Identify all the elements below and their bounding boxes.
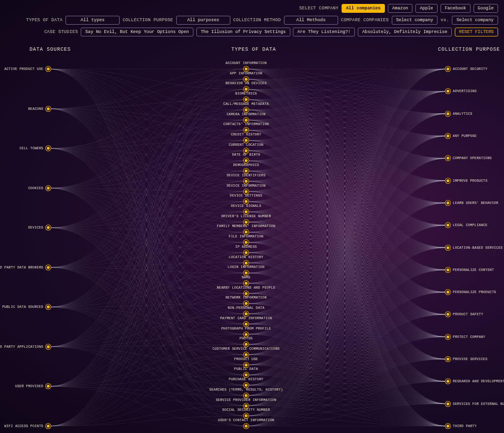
case-study-pill[interactable]: Say No Evil, But Keep Your Options Open: [81, 28, 193, 36]
node[interactable]: [445, 379, 450, 384]
node[interactable]: [244, 107, 249, 112]
node[interactable]: [244, 67, 249, 71]
node[interactable]: [244, 209, 249, 214]
node[interactable]: [244, 291, 249, 296]
node[interactable]: [445, 334, 450, 339]
node[interactable]: [445, 312, 450, 317]
types-of-data-select[interactable]: All types: [65, 16, 120, 25]
node-label: PERSONALIZE PRODUCTS: [453, 290, 496, 294]
node[interactable]: [445, 156, 450, 161]
collection-purpose-select[interactable]: All purposes: [176, 16, 230, 25]
node-label: COMPANY OPERATIONS: [453, 156, 492, 160]
node[interactable]: [46, 424, 51, 429]
node[interactable]: [244, 179, 249, 184]
node[interactable]: [244, 352, 249, 357]
company-pill-google[interactable]: Google: [473, 4, 498, 13]
node-label: ANY PURPOSE: [453, 134, 476, 138]
node-label: PROVIDE SERVICES: [453, 357, 487, 361]
node-label: LEGAL COMPLIANCE: [453, 223, 487, 227]
node-label: LOCATION-BASED SERVICES: [453, 246, 503, 250]
collection-method-label: COLLECTION METHOD: [233, 18, 281, 23]
node-label: CURRENT LOCATION: [229, 143, 263, 147]
node[interactable]: [445, 200, 450, 205]
compare-a-select[interactable]: Select company: [392, 16, 438, 25]
node[interactable]: [244, 199, 249, 204]
node-label: FILE INFORMATION: [229, 234, 263, 238]
node[interactable]: [46, 304, 51, 309]
node-label: CUSTOMER SERVICE COMMUNICATIONS: [213, 347, 280, 351]
company-pill-all-companies[interactable]: All companies: [342, 4, 385, 13]
node[interactable]: [445, 290, 450, 295]
node[interactable]: [46, 186, 51, 191]
node[interactable]: [244, 322, 249, 327]
node[interactable]: [46, 225, 51, 230]
case-study-pill[interactable]: Absolutely, Definitely Imprecise: [358, 28, 452, 36]
node[interactable]: [244, 372, 249, 377]
node[interactable]: [244, 424, 249, 429]
node-label: PROTECT COMPANY: [453, 335, 485, 339]
node[interactable]: [445, 67, 450, 71]
node[interactable]: [244, 270, 249, 275]
node[interactable]: [244, 220, 249, 225]
node[interactable]: [445, 178, 450, 183]
node[interactable]: [445, 89, 450, 94]
node-label: BEHAVIOR ON DEVICES: [225, 81, 267, 85]
filter-bar: SELECT COMPANY All companies Amazon Appl…: [0, 0, 504, 36]
node[interactable]: [244, 301, 249, 306]
collection-method-select[interactable]: All Methods: [284, 16, 338, 25]
node[interactable]: [244, 148, 249, 153]
node[interactable]: [244, 311, 249, 316]
node[interactable]: [445, 223, 450, 228]
node[interactable]: [46, 106, 51, 111]
node[interactable]: [46, 146, 51, 151]
node[interactable]: [244, 393, 249, 398]
company-pill-apple[interactable]: Apple: [415, 4, 438, 13]
company-pill-facebook[interactable]: Facebook: [441, 4, 471, 13]
node-label: NETWORK INFORMATION: [225, 296, 267, 300]
node[interactable]: [244, 281, 249, 286]
node-label: DEMOGRAPHICS: [233, 163, 259, 167]
node[interactable]: [244, 118, 249, 123]
node[interactable]: [46, 384, 51, 389]
node[interactable]: [244, 250, 249, 255]
node[interactable]: [445, 133, 450, 138]
node[interactable]: [244, 77, 249, 82]
node[interactable]: [445, 424, 450, 429]
node[interactable]: [46, 67, 51, 71]
company-pill-amazon[interactable]: Amazon: [388, 4, 412, 13]
node[interactable]: [244, 168, 249, 173]
node-label: DEVICE SETTINGS: [230, 194, 262, 198]
node[interactable]: [244, 403, 249, 408]
node[interactable]: [244, 383, 249, 388]
node[interactable]: [244, 240, 249, 245]
node[interactable]: [445, 245, 450, 250]
case-study-pill[interactable]: The Illusion of Privacy Settings: [196, 28, 290, 36]
node[interactable]: [445, 111, 450, 116]
compare-b-select[interactable]: Select company: [452, 16, 498, 25]
node-label: PUBLIC DATA: [234, 367, 258, 371]
node[interactable]: [244, 97, 249, 102]
node[interactable]: [445, 267, 450, 272]
node-label: ACCOUNT INFORMATION: [225, 61, 267, 65]
node[interactable]: [244, 261, 249, 266]
node-label: THIRD PARTY DATA BROKERS: [0, 266, 43, 269]
node-label: ACTIVE PRODUCT USE: [0, 67, 43, 71]
reset-filters-button[interactable]: RESET FILTERS: [455, 28, 498, 36]
node[interactable]: [445, 357, 450, 362]
node[interactable]: [244, 230, 249, 234]
node[interactable]: [46, 344, 51, 349]
node[interactable]: [244, 342, 249, 347]
node[interactable]: [244, 189, 249, 194]
node[interactable]: [244, 363, 249, 367]
node[interactable]: [46, 265, 51, 270]
node[interactable]: [244, 413, 249, 418]
node[interactable]: [244, 87, 249, 92]
node[interactable]: [244, 128, 249, 133]
node-label: SERVICES FOR EXTERNAL BUSINESSES: [453, 402, 504, 406]
node[interactable]: [244, 138, 249, 143]
case-study-pill[interactable]: Are They Listening?!: [293, 28, 355, 36]
types-of-data-label: TYPES OF DATA: [26, 18, 63, 23]
node[interactable]: [244, 332, 249, 337]
node[interactable]: [445, 401, 450, 406]
node[interactable]: [244, 158, 249, 163]
